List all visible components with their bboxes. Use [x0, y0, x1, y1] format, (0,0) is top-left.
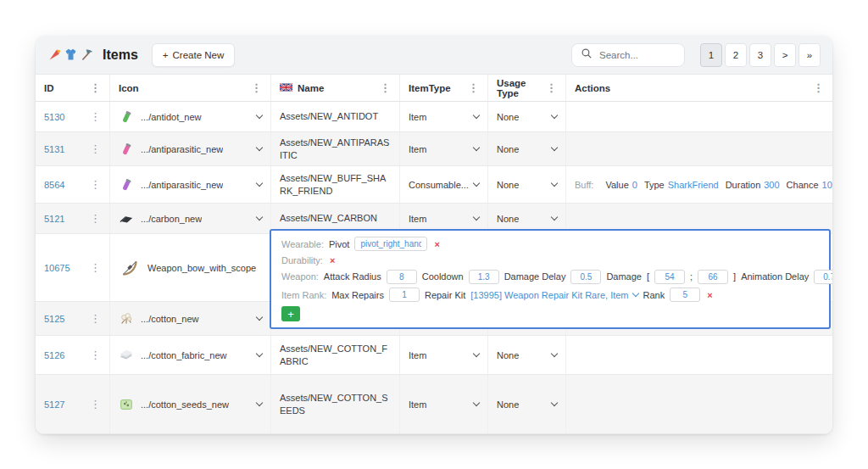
row-menu-icon[interactable]: ⋮ — [90, 349, 101, 360]
cotton-icon — [119, 311, 134, 327]
attack-radius-input[interactable] — [387, 270, 417, 284]
table-row: 5131⋮ .../antiparasitic_new Assets/NEW_A… — [36, 132, 832, 166]
icon-select[interactable]: .../antiparasitic_new — [110, 166, 271, 203]
remove-durability-icon[interactable]: × — [330, 255, 335, 265]
icon-select[interactable]: .../cotton_seeds_new — [110, 375, 271, 433]
action-value[interactable]: SharkFriend — [668, 180, 719, 190]
column-header-actions: Actions⋮ — [566, 75, 832, 101]
bow-with-scope-icon — [119, 259, 141, 277]
pivot-label: Pivot — [329, 239, 349, 249]
row-id-link[interactable]: 5127 — [44, 399, 64, 410]
icon-select[interactable]: Weapon_bow_with_scope — [110, 234, 271, 301]
rank-input[interactable] — [670, 288, 700, 302]
usage-type-select[interactable]: None — [488, 375, 566, 433]
page-button-2[interactable]: 2 — [725, 43, 747, 67]
item-type-select[interactable]: Item — [400, 132, 488, 165]
row-menu-icon[interactable]: ⋮ — [90, 313, 101, 324]
icon-select[interactable]: .../cotton_new — [110, 302, 271, 335]
item-type-select[interactable]: Item — [400, 102, 488, 131]
row-id-link[interactable]: 5126 — [44, 350, 64, 360]
action-value[interactable]: 10 — [822, 180, 832, 190]
column-menu-icon[interactable]: ⋮ — [813, 82, 824, 93]
actions-cell — [566, 336, 832, 374]
row-menu-icon[interactable]: ⋮ — [90, 143, 101, 154]
usage-type-select[interactable]: None — [488, 132, 566, 165]
usage-type-select[interactable]: None — [488, 336, 566, 374]
page-button-1[interactable]: 1 — [700, 43, 722, 67]
icon-select[interactable]: .../carbon_new — [110, 204, 271, 233]
damage-delay-input[interactable] — [570, 270, 601, 284]
name-cell: Assets/NEW_COTTON_FABRIC — [271, 336, 400, 374]
bracket-close: ] — [733, 271, 736, 282]
row-menu-icon[interactable]: ⋮ — [90, 213, 101, 224]
card-header: Items + Create New 1 2 3 > » — [36, 36, 832, 75]
icon-select[interactable]: .../antiparasitic_new — [110, 132, 271, 165]
action-value[interactable]: 300 — [764, 180, 779, 190]
row-menu-icon[interactable]: ⋮ — [90, 262, 101, 273]
create-new-button[interactable]: + Create New — [152, 43, 235, 67]
row-id-link[interactable]: 5125 — [44, 314, 64, 324]
item-type-select[interactable]: Item — [400, 336, 488, 374]
repair-kit-select[interactable]: [13995] Weapon Repair Kit Rare, Item — [470, 290, 637, 300]
search-box[interactable] — [571, 43, 685, 67]
shirt-icon — [64, 47, 78, 62]
column-menu-icon[interactable]: ⋮ — [251, 82, 262, 93]
antidot-vial-icon — [119, 109, 134, 125]
app-icons — [47, 47, 94, 62]
item-type-select[interactable]: Item — [400, 375, 488, 433]
column-menu-icon[interactable]: ⋮ — [546, 82, 557, 93]
column-menu-icon[interactable]: ⋮ — [90, 82, 101, 93]
column-menu-icon[interactable]: ⋮ — [468, 82, 479, 93]
action-key: Type — [644, 180, 665, 190]
page-button-3[interactable]: 3 — [749, 43, 771, 67]
max-repairs-input[interactable] — [389, 288, 420, 302]
row-id-link[interactable]: 5130 — [44, 112, 64, 122]
add-property-button[interactable]: + — [281, 306, 300, 321]
name-cell: Assets/NEW_BUFF_SHARK_FRIEND — [271, 166, 400, 203]
remove-wearable-icon[interactable]: × — [434, 239, 439, 249]
row-id-link[interactable]: 8564 — [44, 180, 64, 190]
column-header-name: Name⋮ — [271, 75, 400, 101]
row-id-link[interactable]: 5121 — [44, 214, 64, 224]
damage-max-input[interactable] — [698, 270, 728, 284]
weapon-label: Weapon: — [281, 271, 319, 282]
action-value[interactable]: 0 — [632, 180, 637, 190]
action-key: Duration — [726, 180, 761, 190]
usage-type-select[interactable]: None — [488, 166, 566, 203]
column-header-icon: Icon⋮ — [110, 75, 271, 101]
next-page-button[interactable]: > — [774, 43, 796, 67]
semicolon: ; — [690, 271, 693, 282]
page: Items + Create New 1 2 3 > » ID⋮ Icon⋮ — [0, 0, 868, 469]
item-type-select[interactable]: Consumable... — [400, 166, 488, 203]
search-input[interactable] — [598, 49, 676, 61]
usage-type-select[interactable]: None — [488, 102, 566, 131]
chevron-down-icon — [473, 350, 480, 357]
damage-min-input[interactable] — [654, 270, 685, 284]
icon-select[interactable]: .../cotton_fabric_new — [110, 336, 271, 374]
cotton-fabric-icon — [119, 348, 134, 363]
pivot-input[interactable] — [354, 237, 427, 251]
row-id-link[interactable]: 10675 — [44, 263, 70, 273]
chevron-down-icon — [256, 112, 263, 119]
row-menu-icon[interactable]: ⋮ — [90, 179, 101, 190]
weapon-row: Weapon: Attack Radius Cooldown Damage De… — [281, 270, 819, 284]
chevron-down-icon — [551, 180, 558, 187]
remove-item-rank-icon[interactable]: × — [707, 290, 712, 300]
cooldown-input[interactable] — [469, 270, 499, 284]
column-menu-icon[interactable]: ⋮ — [380, 82, 391, 93]
row-menu-icon[interactable]: ⋮ — [90, 399, 101, 410]
icon-select[interactable]: .../antidot_new — [110, 102, 271, 131]
chevron-down-icon — [551, 399, 558, 406]
last-page-button[interactable]: » — [798, 43, 821, 67]
item-rank-label: Item Rank: — [281, 290, 326, 300]
attack-radius-label: Attack Radius — [324, 271, 381, 282]
row-menu-icon[interactable]: ⋮ — [90, 111, 101, 122]
icon-path: .../antidot_new — [141, 112, 202, 122]
chevron-down-icon — [473, 180, 480, 187]
animation-delay-input[interactable] — [814, 270, 832, 284]
chevron-down-icon — [551, 350, 558, 357]
row-id-link[interactable]: 5131 — [44, 144, 64, 154]
edit-panel: Wearable: Pivot × Durability: × Weapon: … — [270, 229, 831, 329]
cotton-seeds-icon — [119, 397, 134, 412]
buff-label: Buff: — [575, 180, 593, 190]
